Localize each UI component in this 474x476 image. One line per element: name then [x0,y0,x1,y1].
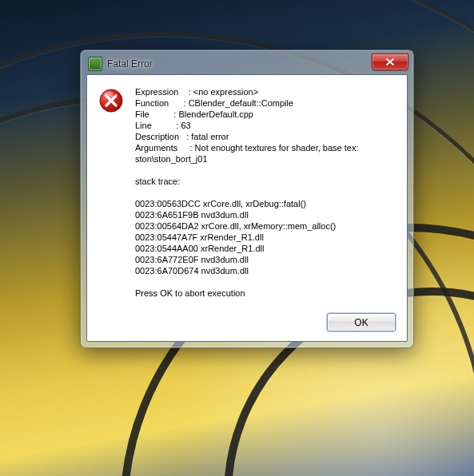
error-message-body: Expression : <no expression> Function : … [135,86,358,299]
field-file-label: File [135,109,149,119]
field-arguments-value: Not enought textures for shader, base te… [195,143,359,153]
field-line-label: Line [135,121,152,130]
stack-trace-label: stack trace: [135,177,180,186]
field-expression-value: <no expression> [193,87,258,97]
app-icon [88,57,102,71]
error-icon [98,88,124,113]
stack-trace-line: 0023:6A772E0F nvd3dum.dll [135,255,249,264]
dialog-window: Fatal Error [80,50,414,348]
ok-button[interactable]: OK [327,313,396,331]
field-description-value: fatal error [191,132,229,141]
stack-trace-line: 0023:0544AA00 xrRender_R1.dll [135,244,264,253]
field-function-label: Function [135,98,169,108]
desktop-background: Fatal Error [0,0,474,476]
close-button[interactable] [372,54,408,70]
field-arguments-value-2: ston\ston_bort_j01 [135,154,208,164]
stack-trace-line: 0023:05447A7F xrRender_R1.dll [135,232,264,242]
window-title: Fatal Error [107,58,372,69]
field-expression-label: Expression [135,87,178,97]
stack-trace-line: 0023:6A651F9B nvd3dum.dll [135,210,249,220]
footer-text: Press OK to abort execution [135,288,245,298]
field-line-value: 63 [181,121,190,130]
title-bar[interactable]: Fatal Error [86,55,408,74]
field-file-value: BlenderDefault.cpp [178,109,253,119]
dialog-client-area: Expression : <no expression> Function : … [86,74,408,342]
field-arguments-label: Arguments [135,143,177,153]
field-function-value: CBlender_default::Compile [189,98,293,108]
stack-trace-line: 0023:6A70D674 nvd3dum.dll [135,266,249,276]
field-description-label: Description [135,132,179,141]
close-icon [386,58,394,65]
stack-trace-line: 0023:00564DA2 xrCore.dll, xrMemory::mem_… [135,221,336,231]
stack-trace-line: 0023:00563DCC xrCore.dll, xrDebug::fatal… [135,199,306,208]
